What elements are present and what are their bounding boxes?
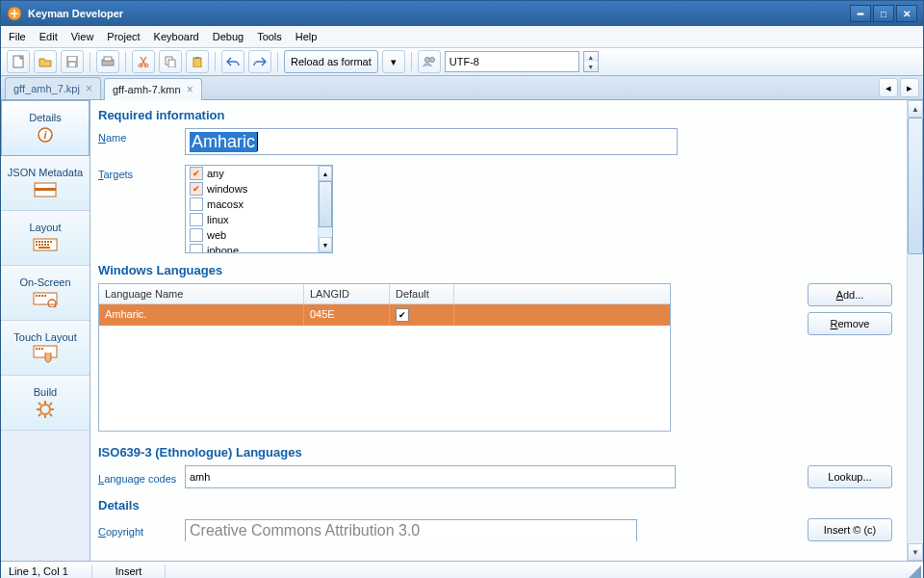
reload-format-button[interactable]: Reload as format bbox=[284, 50, 378, 73]
tab-kmn[interactable]: gff-amh-7.kmn × bbox=[104, 78, 202, 100]
menu-debug[interactable]: Debug bbox=[213, 31, 244, 42]
svg-point-43 bbox=[40, 405, 50, 414]
main-scrollbar[interactable]: ▲ ▼ bbox=[907, 100, 923, 561]
tab-close-icon[interactable]: × bbox=[187, 83, 193, 96]
checkbox-icon[interactable] bbox=[190, 228, 203, 242]
target-item-iphone[interactable]: iphone bbox=[186, 243, 332, 252]
svg-rect-25 bbox=[50, 241, 52, 243]
section-winlang: Windows Languages bbox=[98, 263, 896, 277]
col-language-name[interactable]: Language Name bbox=[99, 284, 304, 303]
print-icon[interactable] bbox=[96, 50, 119, 73]
svg-line-48 bbox=[38, 403, 41, 406]
dropdown-icon[interactable]: ▾ bbox=[382, 50, 405, 73]
checkbox-icon[interactable]: ✔ bbox=[190, 167, 203, 180]
svg-line-51 bbox=[50, 403, 53, 406]
close-button[interactable]: ✕ bbox=[896, 5, 917, 22]
undo-icon[interactable] bbox=[221, 50, 244, 73]
lookup-button[interactable]: Lookup... bbox=[808, 465, 892, 488]
svg-rect-29 bbox=[44, 244, 46, 246]
svg-line-50 bbox=[38, 414, 41, 417]
copyright-label: CopyrightCopyright bbox=[98, 522, 185, 538]
name-input[interactable]: Amharic bbox=[185, 128, 678, 155]
menu-view[interactable]: View bbox=[71, 31, 94, 42]
checkbox-icon[interactable] bbox=[190, 213, 203, 226]
svg-point-13 bbox=[424, 58, 429, 63]
col-default[interactable]: Default bbox=[390, 284, 454, 303]
card-icon bbox=[32, 180, 59, 199]
tab-scroll-right-icon[interactable]: ▸ bbox=[900, 78, 919, 97]
svg-rect-27 bbox=[38, 244, 40, 246]
col-langid[interactable]: LANGID bbox=[304, 284, 390, 303]
scroll-up-icon[interactable]: ▲ bbox=[908, 100, 923, 118]
menu-file[interactable]: File bbox=[9, 31, 26, 42]
langcodes-label: Language codesLanguage codes bbox=[98, 469, 185, 485]
redo-icon[interactable] bbox=[248, 50, 271, 73]
target-item-linux[interactable]: linux bbox=[186, 212, 332, 227]
menubar: File Edit View Project Keyboard Debug To… bbox=[1, 26, 923, 48]
sidebar-item-touch[interactable]: Touch Layout bbox=[1, 321, 90, 376]
svg-rect-4 bbox=[69, 63, 75, 66]
insert-copyright-button[interactable]: Insert © (c) bbox=[808, 518, 892, 541]
sidebar-item-build[interactable]: Build bbox=[1, 376, 90, 431]
tab-close-icon[interactable]: × bbox=[86, 82, 92, 95]
cut-icon[interactable] bbox=[132, 50, 155, 73]
app-icon bbox=[7, 6, 22, 21]
scroll-down-icon[interactable]: ▼ bbox=[908, 543, 923, 561]
svg-line-38 bbox=[55, 306, 58, 307]
keyboard-icon bbox=[32, 235, 59, 254]
encoding-spinner[interactable]: ▲▼ bbox=[583, 51, 599, 72]
target-item-windows[interactable]: ✔windows bbox=[186, 181, 332, 197]
checkbox-icon[interactable] bbox=[190, 244, 203, 252]
svg-rect-20 bbox=[36, 241, 38, 243]
titlebar: Keyman Developer ━ □ ✕ bbox=[1, 1, 923, 26]
svg-rect-40 bbox=[36, 348, 38, 350]
sidebar-item-onscreen[interactable]: On-Screen bbox=[1, 266, 90, 321]
svg-rect-3 bbox=[68, 57, 76, 61]
target-item-any[interactable]: ✔any bbox=[186, 166, 332, 181]
remove-button[interactable]: RRemoveemove bbox=[808, 312, 892, 335]
sidebar-item-details[interactable]: Details i bbox=[1, 100, 90, 156]
menu-project[interactable]: Project bbox=[107, 31, 140, 42]
encoding-select[interactable]: UTF-8 bbox=[445, 51, 579, 72]
langcodes-input[interactable]: amh bbox=[185, 465, 676, 488]
default-checkbox[interactable]: ✔ bbox=[396, 308, 409, 322]
svg-rect-12 bbox=[195, 57, 199, 59]
open-file-icon[interactable] bbox=[34, 50, 57, 73]
targets-scrollbar[interactable]: ▲▼ bbox=[318, 166, 332, 252]
svg-rect-28 bbox=[41, 244, 43, 246]
menu-keyboard[interactable]: Keyboard bbox=[154, 31, 199, 42]
target-item-web[interactable]: web bbox=[186, 227, 332, 243]
sidebar-item-json[interactable]: JSON Metadata bbox=[1, 156, 90, 211]
tab-scroll-left-icon[interactable]: ◂ bbox=[879, 78, 898, 97]
copy-icon[interactable] bbox=[159, 50, 182, 73]
menu-help[interactable]: Help bbox=[295, 31, 318, 42]
section-required: Required information bbox=[98, 108, 896, 122]
section-details: Details bbox=[98, 498, 896, 512]
onscreen-keyboard-icon bbox=[32, 290, 59, 309]
main-panel: Required information NNameame Amharic Ta… bbox=[90, 100, 923, 561]
table-row[interactable]: Amharic. 045E ✔ bbox=[99, 304, 670, 326]
scroll-thumb[interactable] bbox=[908, 118, 923, 254]
target-item-macosx[interactable]: macosx bbox=[186, 197, 332, 212]
svg-point-14 bbox=[429, 58, 434, 63]
menu-tools[interactable]: Tools bbox=[257, 31, 282, 42]
resize-grip-icon[interactable] bbox=[908, 565, 921, 578]
new-file-icon[interactable] bbox=[7, 50, 30, 73]
checkbox-icon[interactable]: ✔ bbox=[190, 182, 203, 196]
svg-rect-26 bbox=[36, 244, 38, 246]
name-label: NNameame bbox=[98, 128, 185, 144]
targets-listbox[interactable]: ✔any ✔windows macosx linux web iphone ▲▼ bbox=[185, 165, 333, 253]
paste-icon[interactable] bbox=[186, 50, 209, 73]
copyright-input[interactable]: Creative Commons Attribution 3.0 bbox=[185, 519, 637, 541]
minimize-button[interactable]: ━ bbox=[850, 5, 871, 22]
gear-icon bbox=[32, 400, 59, 419]
checkbox-icon[interactable] bbox=[190, 197, 203, 211]
menu-edit[interactable]: Edit bbox=[39, 31, 58, 42]
users-icon[interactable] bbox=[418, 50, 441, 73]
sidebar-item-layout[interactable]: Layout bbox=[1, 211, 90, 266]
maximize-button[interactable]: □ bbox=[873, 5, 894, 22]
tab-project[interactable]: gff_amh_7.kpj × bbox=[5, 77, 101, 99]
add-button[interactable]: AAdd...dd... bbox=[808, 283, 892, 306]
svg-rect-41 bbox=[38, 348, 40, 350]
save-icon[interactable] bbox=[61, 50, 84, 73]
